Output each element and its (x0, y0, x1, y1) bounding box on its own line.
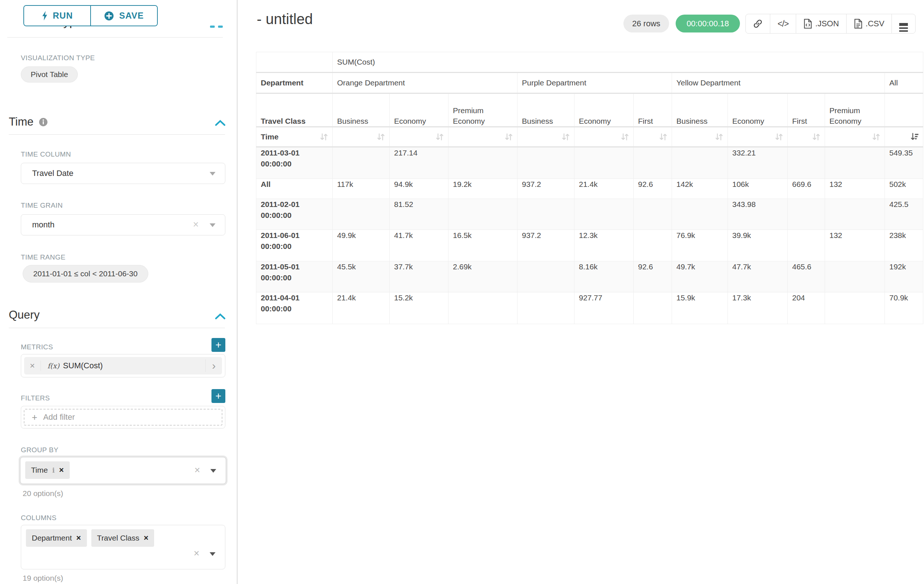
menu-button[interactable] (891, 14, 915, 33)
time-column-select[interactable]: Travel Date (21, 163, 225, 184)
clear-icon[interactable]: × (194, 465, 200, 476)
cell (634, 292, 672, 324)
sort-header[interactable] (728, 127, 788, 147)
query-section-title: Query (9, 308, 40, 322)
table-row: 2011-05-01 00:00:00 45.5k 37.7k 2.69k 8.… (256, 262, 923, 292)
columns-select[interactable]: Department × Travel Class × × (21, 525, 225, 569)
embed-code-button[interactable]: </> (770, 14, 796, 33)
metrics-box: × f(x) SUM(Cost) › (21, 354, 225, 377)
sort-header[interactable] (634, 127, 672, 147)
table-row: 2011-02-01 00:00:00 81.52 343.98 425.5 (256, 199, 923, 230)
corner-cell (256, 52, 333, 72)
cell (825, 262, 885, 292)
cell (634, 147, 672, 179)
cell: 332.21 (728, 147, 788, 179)
columns-tag-label: Department (32, 534, 72, 542)
save-button-label: SAVE (119, 11, 144, 21)
save-button[interactable]: SAVE (90, 6, 157, 26)
table-row: 2011-04-01 00:00:00 21.4k 15.2k 927.77 1… (256, 292, 923, 324)
cell (449, 199, 518, 230)
travel-class-header: First (788, 94, 825, 127)
sort-header[interactable] (449, 127, 518, 147)
group-by-tag[interactable]: Time i × (25, 461, 70, 479)
chart-title[interactable]: - untitled (257, 11, 313, 27)
row-label: 2011-04-01 00:00:00 (256, 292, 333, 324)
run-save-button-group: RUN SAVE (23, 5, 158, 26)
export-csv-button[interactable]: .CSV (846, 14, 891, 33)
visualization-type-label: VISUALIZATION TYPE (21, 54, 95, 62)
group-by-select[interactable]: Time i × × (20, 457, 226, 484)
row-label: 2011-03-01 00:00:00 (256, 147, 333, 179)
collapse-time-section-chevron-up-icon[interactable] (215, 120, 226, 127)
cell: 8.16k (574, 262, 634, 292)
cell: 937.2 (518, 230, 574, 262)
sort-header[interactable] (333, 127, 390, 147)
info-icon[interactable]: i (52, 466, 55, 474)
collapse-query-section-chevron-up-icon[interactable] (215, 313, 226, 321)
metric-pill[interactable]: × f(x) SUM(Cost) › (24, 357, 222, 375)
department-group-header: All (885, 72, 923, 94)
travel-class-header: Economy (574, 94, 634, 127)
remove-tag-icon[interactable]: × (76, 533, 81, 543)
sort-header-active[interactable] (885, 127, 923, 147)
time-grain-select[interactable]: month × (21, 214, 225, 235)
info-icon[interactable] (39, 118, 48, 127)
copy-link-button[interactable] (746, 14, 770, 33)
add-filter-button[interactable]: + Add filter (24, 409, 223, 426)
plus-icon: + (32, 412, 37, 423)
cell: 2.69k (449, 262, 518, 292)
cell: 39.9k (728, 230, 788, 262)
sort-header[interactable] (672, 127, 728, 147)
time-column-label: TIME COLUMN (21, 150, 71, 158)
sort-header[interactable] (825, 127, 885, 147)
columns-tag[interactable]: Department × (26, 529, 87, 547)
clear-icon[interactable]: × (193, 219, 199, 230)
cell: 132 (825, 230, 885, 262)
group-by-tag-label: Time (31, 466, 48, 474)
time-range-pill[interactable]: 2011-01-01 ≤ col < 2011-06-30 (23, 265, 148, 283)
sort-header[interactable] (518, 127, 574, 147)
travel-class-header: Business (518, 94, 574, 127)
add-filter-plus-button[interactable]: + (211, 389, 225, 403)
export-json-button[interactable]: .JSON (796, 14, 846, 33)
sort-header[interactable] (788, 127, 825, 147)
columns-tag[interactable]: Travel Class × (91, 529, 155, 547)
sort-icon (658, 132, 668, 141)
sort-header[interactable] (574, 127, 634, 147)
cell: 238k (885, 230, 923, 262)
cell: 76.9k (672, 230, 728, 262)
remove-tag-icon[interactable]: × (144, 533, 148, 543)
metric-name: SUM(Cost) (63, 361, 103, 370)
table-row: 2011-06-01 00:00:00 49.9k 41.7k 16.5k 93… (256, 230, 923, 262)
sort-icon (714, 132, 724, 141)
pivot-table: SUM(Cost) Department Orange Department P… (256, 52, 923, 324)
time-grain-value: month (32, 220, 54, 230)
add-metric-button[interactable]: + (211, 338, 225, 352)
columns-label: COLUMNS (21, 514, 57, 522)
cell (788, 199, 825, 230)
remove-metric-icon[interactable]: × (24, 360, 41, 371)
panel-divider (237, 0, 238, 584)
cell: 37.7k (390, 262, 449, 292)
sort-header[interactable] (390, 127, 449, 147)
visualization-type-pill[interactable]: Pivot Table (21, 66, 78, 82)
chevron-down-icon (210, 552, 216, 556)
cell (574, 199, 634, 230)
link-icon (753, 19, 762, 28)
json-label: .JSON (815, 19, 839, 28)
cell (333, 147, 390, 179)
expand-metric-chevron-icon[interactable]: › (205, 360, 222, 372)
divider (9, 134, 225, 135)
time-sort-header[interactable]: Time (256, 127, 333, 147)
cell (672, 199, 728, 230)
run-button[interactable]: RUN (24, 6, 90, 26)
clear-icon[interactable]: × (193, 548, 200, 559)
metric-header-cell: SUM(Cost) (333, 52, 923, 72)
cell: 16.5k (449, 230, 518, 262)
sort-icon (774, 132, 784, 141)
cell: 343.98 (728, 199, 788, 230)
cell: 425.5 (885, 199, 923, 230)
remove-tag-icon[interactable]: × (59, 466, 64, 475)
results-toolbar: </> .JSON .CSV (746, 14, 916, 34)
panel-scroll-icon-remnant (210, 26, 215, 28)
